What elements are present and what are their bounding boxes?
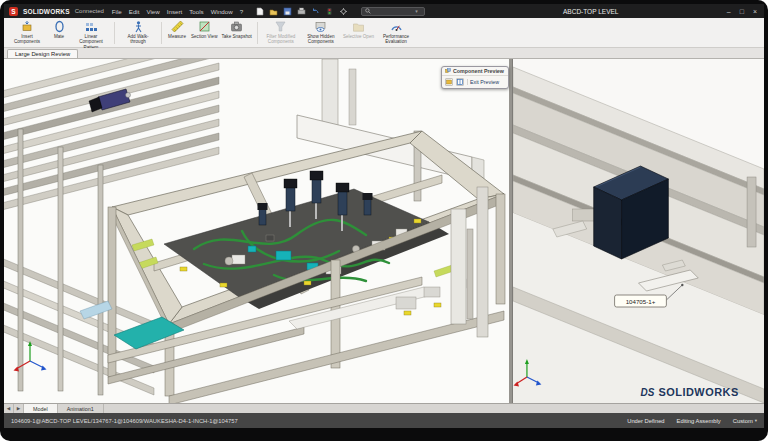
menu-window[interactable]: Window bbox=[211, 8, 233, 15]
tab-large-design-review[interactable]: Large Design Review bbox=[7, 49, 78, 58]
linear-pattern-icon bbox=[85, 20, 98, 33]
selective-open-button[interactable]: Selective Open bbox=[341, 19, 376, 47]
window-controls: – □ × bbox=[727, 8, 757, 15]
command-tab-strip: Large Design Review bbox=[4, 48, 764, 59]
ribbon-separator bbox=[161, 22, 162, 44]
ribbon-separator bbox=[114, 22, 115, 44]
preview-component-icon-button[interactable] bbox=[445, 78, 453, 86]
measure-button[interactable]: Measure bbox=[165, 19, 189, 47]
undo-icon[interactable] bbox=[310, 6, 320, 16]
balloon-label: 104705-1+ bbox=[626, 298, 656, 305]
component-preview-panel[interactable]: Component Preview Exit Preview bbox=[441, 66, 509, 89]
open-document-icon[interactable] bbox=[268, 6, 278, 16]
mate-button[interactable]: Mate bbox=[47, 19, 71, 47]
show-hidden-components-button[interactable]: Show Hidden Components bbox=[301, 19, 341, 47]
minimize-button[interactable]: – bbox=[727, 8, 731, 15]
brand-connected-text: Connected bbox=[75, 8, 104, 14]
status-bar: 104609-1@ABCD-TOP LEVEL/134767-1@104609/… bbox=[4, 413, 764, 428]
status-editing-mode: Editing Assembly bbox=[677, 418, 721, 424]
section-view-button[interactable]: Section View bbox=[189, 19, 219, 47]
logo-mark: DS bbox=[640, 387, 654, 398]
show-hidden-eye-icon bbox=[314, 20, 327, 33]
search-caret-icon[interactable]: ▾ bbox=[415, 8, 418, 14]
menu-bar: File Edit View Insert Tools Window ? bbox=[112, 8, 243, 15]
quick-access-toolbar bbox=[254, 6, 348, 16]
status-selected-path: 104609-1@ABCD-TOP LEVEL/134767-1@104609/… bbox=[11, 418, 615, 424]
insert-components-button[interactable]: Insert Components bbox=[7, 19, 47, 47]
preview-pane-icon-button[interactable] bbox=[456, 78, 464, 86]
configuration-tab-bar: ◀ ▶ Model Animation1 bbox=[4, 403, 764, 413]
add-walkthrough-button[interactable]: Add Walk-through bbox=[118, 19, 158, 47]
tab-scroll-left[interactable]: ◀ bbox=[4, 404, 14, 413]
performance-evaluation-button[interactable]: Performance Evaluation bbox=[376, 19, 416, 47]
linear-component-pattern-button[interactable]: Linear Component Pattern bbox=[71, 19, 111, 47]
screenshot-frame: S SOLIDWORKS Connected File Edit View In… bbox=[0, 0, 768, 441]
close-button[interactable]: × bbox=[753, 8, 757, 15]
search-icon bbox=[365, 8, 371, 14]
brand-text: SOLIDWORKS bbox=[23, 8, 70, 15]
component-preview-title: Component Preview bbox=[453, 68, 504, 74]
menu-edit[interactable]: Edit bbox=[129, 8, 140, 15]
app-window: S SOLIDWORKS Connected File Edit View In… bbox=[4, 4, 764, 428]
selective-open-folder-icon bbox=[352, 20, 365, 33]
performance-gauge-icon bbox=[390, 20, 403, 33]
main-3d-viewport[interactable] bbox=[4, 59, 509, 403]
filter-funnel-icon bbox=[274, 20, 287, 33]
command-manager-ribbon: Insert Components Mate Linear Component … bbox=[4, 18, 764, 48]
take-snapshot-button[interactable]: Take Snapshot bbox=[219, 19, 253, 47]
search-input[interactable] bbox=[373, 8, 413, 14]
logo-text: SOLIDWORKS bbox=[658, 386, 738, 398]
measure-icon bbox=[171, 20, 184, 33]
preview-side-post[interactable] bbox=[747, 177, 756, 247]
component-preview-icon bbox=[445, 68, 451, 74]
mate-icon bbox=[53, 20, 66, 33]
solidworks-app-icon: S bbox=[9, 7, 18, 16]
save-icon[interactable] bbox=[282, 6, 292, 16]
preview-3d-scene[interactable]: 104705-1+ DS SOLIDWORKS bbox=[513, 59, 764, 403]
filter-modified-components-button[interactable]: Filter Modified Components bbox=[261, 19, 301, 47]
new-document-icon[interactable] bbox=[254, 6, 264, 16]
units-caret-icon: ▾ bbox=[755, 418, 757, 423]
maximize-button[interactable]: □ bbox=[740, 8, 744, 15]
menu-view[interactable]: View bbox=[146, 8, 159, 15]
tab-scroll-right[interactable]: ▶ bbox=[14, 404, 24, 413]
menu-file[interactable]: File bbox=[112, 8, 122, 15]
assembly-3d-scene[interactable] bbox=[4, 59, 509, 403]
snapshot-camera-icon bbox=[230, 20, 243, 33]
document-title: ABCD-TOP LEVEL bbox=[563, 8, 618, 15]
component-preview-header: Component Preview bbox=[442, 67, 508, 76]
search-box[interactable]: ▾ bbox=[361, 7, 425, 16]
graphics-area: 104705-1+ DS SOLIDWORKS bbox=[4, 59, 764, 403]
menu-help[interactable]: ? bbox=[240, 8, 243, 15]
insert-components-icon bbox=[21, 20, 34, 33]
menu-insert[interactable]: Insert bbox=[167, 8, 182, 15]
component-preview-viewport[interactable]: 104705-1+ DS SOLIDWORKS bbox=[512, 59, 764, 403]
tab-animation1[interactable]: Animation1 bbox=[58, 404, 104, 413]
walkthrough-icon bbox=[132, 20, 145, 33]
rebuild-icon[interactable] bbox=[324, 6, 334, 16]
status-constraint-state: Under Defined bbox=[627, 418, 664, 424]
units-dropdown[interactable]: Custom ▾ bbox=[733, 418, 757, 424]
options-gear-icon[interactable] bbox=[338, 6, 348, 16]
tab-model[interactable]: Model bbox=[24, 404, 58, 413]
section-view-icon bbox=[198, 20, 211, 33]
ribbon-separator bbox=[257, 22, 258, 44]
exit-preview-button[interactable]: Exit Preview bbox=[467, 79, 499, 85]
units-label: Custom bbox=[733, 418, 753, 424]
title-bar: S SOLIDWORKS Connected File Edit View In… bbox=[4, 4, 764, 18]
menu-tools[interactable]: Tools bbox=[189, 8, 203, 15]
print-icon[interactable] bbox=[296, 6, 306, 16]
